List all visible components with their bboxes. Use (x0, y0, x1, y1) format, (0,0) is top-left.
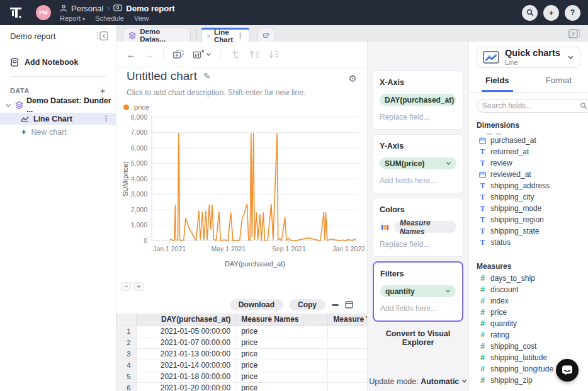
update-mode-control[interactable]: Update mode: Automatic (368, 377, 468, 386)
search-fields-box[interactable] (477, 99, 588, 113)
chart-config-panel: X-Axis DAY(purchased_at) Replace field..… (367, 42, 469, 391)
chevron-down-icon (461, 379, 467, 383)
person-icon (60, 4, 67, 12)
convert-to-visual-explorer-button[interactable]: Convert to Visual Explorer (373, 329, 463, 347)
back-button[interactable]: ← (127, 49, 136, 60)
table-row: 32021-01-13 00:00:00price (117, 348, 368, 360)
legend-swatch (123, 105, 129, 110)
add-button[interactable]: + (543, 5, 559, 21)
table-row: 62021-01-20 00:00:00price (117, 382, 368, 391)
dataset-icon (128, 31, 136, 40)
tab-kebab-icon[interactable]: ⋮ (237, 31, 244, 40)
avatar[interactable]: PM (36, 5, 51, 20)
chart-settings-gear-icon[interactable]: ⚙ (349, 73, 357, 84)
field-item-rating[interactable]: #rating (469, 329, 588, 341)
kebab-menu-icon[interactable]: ⋮ (103, 115, 110, 123)
zoom-out-button[interactable]: − (122, 282, 131, 291)
field-item-price[interactable]: #price (469, 307, 588, 318)
colors-replace-field[interactable]: Replace field... (380, 240, 456, 249)
chart-title[interactable]: Untitled chart (127, 69, 197, 83)
search-fields-input[interactable] (482, 101, 580, 110)
x-axis-card: X-Axis DAY(purchased_at) Replace field..… (373, 71, 463, 130)
delete-chart-button[interactable] (193, 49, 212, 59)
y-axis-field-pill[interactable]: SUM(price) (380, 157, 456, 169)
svg-text:7,000: 7,000 (131, 128, 147, 136)
tab-line-chart[interactable]: Line Chart ⋮ (201, 28, 249, 43)
download-button[interactable]: Download (230, 299, 283, 310)
column-header-date[interactable]: DAY(purchased_at) (136, 314, 235, 326)
chevron-down-icon[interactable] (5, 103, 12, 108)
text-type-icon: T (479, 193, 486, 202)
zoom-in-button[interactable]: + (134, 282, 144, 291)
quick-charts-selector[interactable]: Quick charts Line (477, 47, 580, 68)
x-axis-title: X-Axis (380, 78, 456, 87)
sidebar-item-line-chart[interactable]: Line Chart ⋮ (0, 113, 116, 125)
menu-report[interactable]: Report ▾ (60, 14, 85, 22)
field-item-quantity[interactable]: #quantity (469, 318, 588, 329)
update-mode-value: Automatic (421, 377, 459, 386)
x-axis-replace-field[interactable]: Replace field... (380, 113, 456, 122)
field-item-purchased-at[interactable]: purchased_at (469, 135, 588, 146)
field-item-shipping-city[interactable]: Tshipping_city (469, 191, 588, 203)
move-down-button[interactable] (268, 50, 279, 59)
search-button[interactable] (522, 5, 538, 21)
sidebar-item-dataset[interactable]: Demo Dataset: Dunder ... (0, 99, 116, 111)
open-window-icon[interactable] (345, 301, 353, 309)
field-item-status[interactable]: Tstatus (469, 237, 588, 248)
field-item-index[interactable]: #index (469, 295, 588, 307)
collapse-sidebar-icon[interactable] (96, 31, 108, 41)
tab-format[interactable]: Format (546, 76, 572, 92)
move-cell-button[interactable] (230, 49, 240, 59)
new-tab-button[interactable] (257, 28, 275, 42)
chevron-down-icon (446, 161, 451, 166)
column-header-values[interactable]: Measure Values (328, 314, 367, 326)
copy-button[interactable]: Copy (289, 299, 325, 310)
forward-button[interactable]: → (145, 49, 154, 60)
tab-fields[interactable]: Fields (485, 76, 509, 92)
field-item-days-to-ship[interactable]: #days_to_ship (469, 273, 588, 284)
field-item-discount[interactable]: #discount (469, 284, 588, 295)
field-item-shipping-state[interactable]: Tshipping_state (469, 225, 588, 237)
help-button[interactable]: ? (565, 5, 580, 21)
move-up-button[interactable] (249, 50, 259, 59)
app-logo-icon[interactable] (8, 4, 25, 21)
collapse-results-icon[interactable] (331, 301, 339, 309)
chart-description-placeholder[interactable]: Click to add chart description. Shift-en… (127, 88, 305, 97)
svg-text:Jan 1 2022: Jan 1 2022 (332, 245, 365, 252)
y-axis-add-fields[interactable]: Add fields here... (380, 176, 456, 185)
sidebar-item-new-chart[interactable]: + New chart (0, 126, 116, 138)
table-row: 22021-01-07 00:00:00price (117, 337, 368, 348)
column-header-names[interactable]: Measure Names (236, 314, 328, 326)
number-type-icon: # (479, 342, 486, 351)
svg-text:3,000: 3,000 (131, 190, 147, 198)
table-row: 42021-01-14 00:00:00price (117, 360, 368, 371)
field-item-shipping-cost[interactable]: #shipping_cost (469, 341, 588, 352)
expand-panel-icon[interactable] (568, 29, 582, 38)
edit-pencil-icon[interactable]: ✎ (203, 71, 211, 81)
filters-add-fields[interactable]: Add fields here... (380, 304, 456, 313)
filters-field-pill[interactable]: quantity (380, 285, 456, 297)
tab-demo-dataset[interactable]: Demo Datas... (123, 28, 191, 42)
menu-schedule[interactable]: Schedule (95, 14, 124, 22)
x-axis-field-pill[interactable]: DAY(purchased_at) (380, 94, 456, 106)
field-item-returned-at[interactable]: Treturned_at (469, 146, 588, 157)
question-icon: ? (570, 8, 575, 17)
field-item-shipping-mode[interactable]: Tshipping_mode (469, 203, 588, 214)
colors-field-pill[interactable]: Measure Names (394, 221, 456, 233)
field-item-review[interactable]: Treview (469, 157, 588, 169)
chart-legend[interactable]: price (123, 103, 149, 111)
search-icon (580, 102, 587, 110)
field-item-shipping-address[interactable]: Tshipping_address (469, 180, 588, 191)
line-chart[interactable]: 01,0002,0003,0004,0005,0006,0007,0008,00… (120, 112, 365, 277)
field-item-reviewed-at[interactable]: reviewed_at (469, 169, 588, 180)
svg-text:5,000: 5,000 (131, 159, 147, 167)
add-data-button[interactable]: + (100, 85, 106, 96)
add-notebook-button[interactable]: Add Notebook (10, 58, 106, 67)
chat-widget-button[interactable] (556, 359, 579, 382)
duplicate-cell-button[interactable] (172, 49, 184, 59)
field-item-shipping-region[interactable]: Tshipping_region (469, 214, 588, 225)
workspace-name[interactable]: Personal (71, 4, 103, 13)
text-type-icon: T (479, 181, 486, 191)
filters-title: Filters (380, 269, 456, 278)
menu-view[interactable]: View (134, 14, 149, 22)
